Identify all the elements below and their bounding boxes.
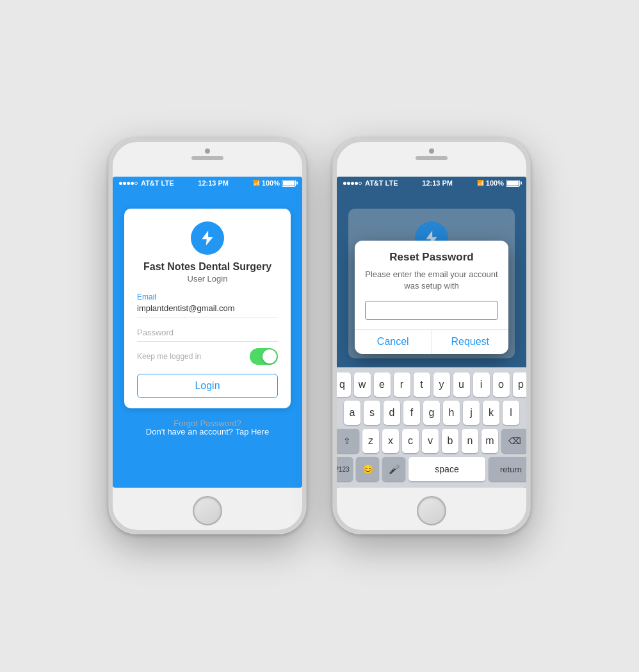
toggle-knob [263,349,277,364]
key-f[interactable]: f [403,401,420,425]
status-left-2: AT&T LTE [343,179,398,187]
keep-logged-label: Keep me logged in [137,352,201,361]
key-v[interactable]: v [422,429,439,453]
lightning-icon [198,229,216,247]
battery-fill-1 [283,181,295,186]
password-field[interactable]: Password [137,324,278,342]
phone-1: AT&T LTE 12:13 PM 📶 100% [108,138,307,534]
battery-icon-1 [282,180,296,187]
login-card: Fast Notes Dental Surgery User Login Ema… [124,209,291,408]
key-x[interactable]: x [382,429,399,453]
key-m[interactable]: m [481,429,498,453]
key-n[interactable]: n [462,429,478,453]
num-key[interactable]: .?123 [337,457,353,481]
key-o[interactable]: o [493,372,510,397]
email-label: Email [137,292,278,301]
reset-email-input[interactable] [365,301,498,320]
shift-key[interactable]: ⇧ [337,429,359,453]
mic-key[interactable]: 🎤 [382,457,405,481]
phone1-screen: AT&T LTE 12:13 PM 📶 100% [113,177,302,488]
reset-actions: Cancel Request [355,329,508,354]
emoji-key[interactable]: 😊 [356,457,379,481]
time-1: 12:13 PM [198,179,229,187]
keep-logged-row: Keep me logged in [137,348,278,365]
bluetooth-icon-2: 📶 [477,180,484,186]
status-right-1: 📶 100% [253,179,296,187]
battery-icon-2 [506,180,520,187]
request-button[interactable]: Request [432,330,509,354]
key-e[interactable]: e [374,372,391,397]
carrier-2: AT&T LTE [365,179,398,187]
no-account-text: Don't have an account? [146,427,233,436]
phone1-app-bg: AT&T LTE 12:13 PM 📶 100% [113,177,302,488]
key-u[interactable]: u [453,372,470,397]
app-subtitle: User Login [137,274,278,284]
keyboard-row-3: ⇧ z x c v b n m ⌫ [338,429,525,453]
signal-1 [119,182,138,185]
battery-fill-2 [507,181,519,186]
front-camera-1 [205,148,210,154]
phone2-bottom [333,488,530,534]
key-h[interactable]: h [443,401,460,425]
front-camera-2 [429,148,434,154]
return-key[interactable]: return [489,457,526,481]
app-logo [191,221,224,255]
time-2: 12:13 PM [422,179,453,187]
dot3 [127,182,130,185]
key-s[interactable]: s [364,401,380,425]
key-j[interactable]: j [463,401,480,425]
dot2b [347,182,350,185]
key-t[interactable]: t [414,372,430,397]
dot4b [355,182,358,185]
phone2-app-bg: AT&T LTE 12:13 PM 📶 100% [337,177,526,488]
delete-key[interactable]: ⌫ [501,429,526,453]
key-c[interactable]: c [402,429,419,453]
dot5b [359,182,362,185]
phone2-top [333,138,530,177]
key-p[interactable]: p [513,372,527,397]
key-z[interactable]: z [362,429,379,453]
home-button-1[interactable] [193,496,222,525]
phone1-bottom [109,488,306,534]
key-b[interactable]: b [442,429,458,453]
key-g[interactable]: g [423,401,440,425]
reset-subtitle: Please enter the email your account was … [365,269,498,292]
phone2-content: AT&T LTE 12:13 PM 📶 100% [337,177,526,488]
phone1-top [109,138,306,177]
space-key[interactable]: space [408,457,485,481]
speaker-2 [416,156,448,160]
reset-title: Reset Password [365,251,498,264]
dot5 [134,182,138,185]
keyboard-row-4: .?123 😊 🎤 space return [338,457,525,481]
key-q[interactable]: q [337,372,351,397]
key-w[interactable]: w [354,372,371,397]
dot4 [131,182,134,185]
battery-pct-1: 100% [262,179,280,187]
key-k[interactable]: k [483,401,499,425]
status-right-2: 📶 100% [477,179,520,187]
cancel-button[interactable]: Cancel [355,330,432,354]
status-left-1: AT&T LTE [119,179,174,187]
tap-here[interactable]: Tap Here [233,427,269,436]
phone2-screen: AT&T LTE 12:13 PM 📶 100% [337,177,526,488]
status-bar-1: AT&T LTE 12:13 PM 📶 100% [113,177,302,189]
dot1 [119,182,122,185]
key-y[interactable]: y [433,372,450,397]
home-button-2[interactable] [417,496,446,525]
login-button[interactable]: Login [137,374,278,398]
speaker-1 [191,156,223,160]
key-r[interactable]: r [394,372,410,397]
key-i[interactable]: i [473,372,490,397]
carrier-1: AT&T LTE [141,179,174,187]
key-d[interactable]: d [384,401,400,425]
battery-pct-2: 100% [486,179,504,187]
signal-2 [343,182,362,185]
keyboard: q w e r t y u i o p a s d [337,367,526,488]
reset-dialog-content: Reset Password Please enter the email yo… [355,241,508,329]
keep-logged-toggle[interactable] [250,348,278,365]
app-title: Fast Notes Dental Surgery [137,261,278,273]
dot2 [123,182,126,185]
key-a[interactable]: a [344,401,360,425]
key-l[interactable]: l [503,401,519,425]
phone-2: AT&T LTE 12:13 PM 📶 100% [332,138,531,534]
